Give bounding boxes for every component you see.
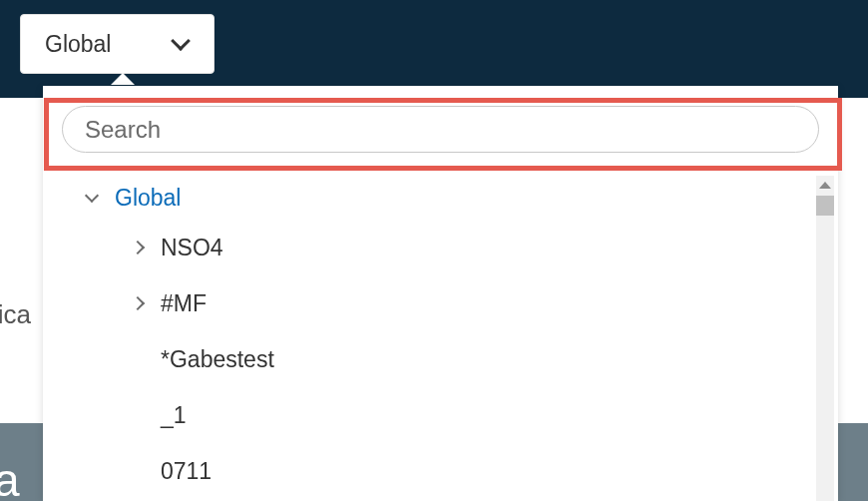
tree-item-1[interactable]: _1	[43, 387, 816, 443]
tree-item-label: 0711	[161, 458, 212, 485]
tree-item-nso4[interactable]: NSO4	[43, 220, 816, 275]
background-footer-text: a	[0, 453, 20, 501]
search-input[interactable]	[62, 106, 819, 153]
scope-tree: Global NSO4 #MF *Gabestest _1 0711	[43, 176, 816, 501]
scrollbar-thumb[interactable]	[816, 196, 834, 216]
scope-dropdown-panel: Global NSO4 #MF *Gabestest _1 0711	[43, 86, 838, 501]
scroll-up-arrow-icon[interactable]	[819, 182, 831, 189]
tree-item-label: *Gabestest	[161, 346, 274, 373]
tree-item-gabestest[interactable]: *Gabestest	[43, 331, 816, 387]
tree-item-0711[interactable]: 0711	[43, 443, 816, 499]
scrollbar[interactable]	[816, 176, 834, 501]
background-text-fragment: lica	[0, 299, 31, 330]
chevron-down-icon	[171, 31, 191, 51]
caret-down-icon	[85, 188, 99, 202]
scope-selector-label: Global	[45, 31, 111, 58]
tree-item-mf[interactable]: #MF	[43, 275, 816, 331]
caret-right-icon	[131, 296, 145, 310]
tree-root-global[interactable]: Global	[43, 176, 816, 220]
tree-item-label: #MF	[161, 290, 207, 317]
tree-item-label: NSO4	[161, 235, 223, 261]
caret-right-icon	[131, 241, 145, 254]
tree-item-label: _1	[161, 402, 187, 429]
tree-root-label: Global	[115, 185, 181, 212]
scope-selector-button[interactable]: Global	[20, 14, 215, 74]
